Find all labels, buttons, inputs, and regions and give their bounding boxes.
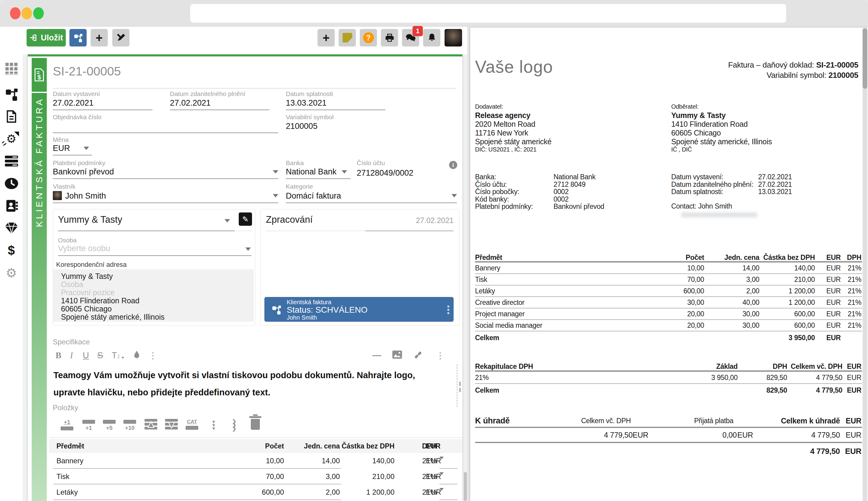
strikethrough-icon[interactable]: S — [97, 350, 103, 360]
underline-icon[interactable]: U — [83, 350, 89, 360]
diamond-icon[interactable] — [0, 220, 23, 237]
layers-icon[interactable] — [0, 153, 23, 170]
bold-icon[interactable]: B — [55, 350, 61, 360]
osoba-select[interactable]: Vyberte osobu — [58, 244, 110, 253]
cislo-uctu-value[interactable]: 27128049/0002 — [357, 168, 414, 178]
info-icon[interactable]: i — [449, 161, 457, 169]
chevron-down-icon[interactable] — [342, 170, 347, 173]
contacts-icon[interactable] — [0, 198, 23, 214]
tools-button[interactable] — [112, 29, 129, 46]
item-name-input[interactable]: Tisk — [56, 472, 69, 481]
preview-scrollbar[interactable] — [862, 28, 867, 501]
doc-title-value: SI-21-00005 — [816, 60, 858, 70]
supplier-tax-ids: DIČ: US2021 , IČ: 2021 — [475, 146, 551, 153]
chat-button[interactable]: 1 — [402, 29, 419, 46]
zoom-window-icon[interactable] — [33, 7, 44, 19]
item-qty-input[interactable]: 70,00 — [266, 472, 284, 481]
chevron-down-icon[interactable] — [439, 472, 444, 475]
item-price-input[interactable]: 3,00 — [326, 472, 340, 481]
workflow-status-button[interactable] — [69, 29, 87, 46]
delete-rows-icon[interactable] — [246, 419, 265, 430]
chevron-down-icon[interactable] — [273, 170, 278, 173]
left-scrollbar-thumb[interactable] — [464, 472, 467, 501]
chevron-down-icon[interactable] — [225, 219, 230, 222]
more-format-icon[interactable]: ⋮ — [149, 350, 157, 361]
owner-avatar — [53, 191, 62, 200]
invoice-logo-placeholder: Vaše logo — [475, 57, 553, 77]
datum-splatnosti-input[interactable]: 13.03.2021 — [286, 98, 326, 108]
datum-vystaveni-input[interactable]: 27.02.2021 — [53, 98, 94, 108]
italic-icon[interactable]: I — [70, 350, 73, 360]
item-vat-select[interactable]: 21% — [422, 457, 437, 465]
document-icon[interactable] — [0, 108, 23, 125]
print-button[interactable] — [381, 29, 398, 46]
item-name-input[interactable]: Letáky — [56, 488, 78, 497]
field-label: Měna — [53, 136, 69, 143]
preview-scrollbar-thumb[interactable] — [862, 28, 867, 89]
processing-date[interactable]: 27.02.2021 — [416, 216, 454, 225]
more-tools-icon[interactable]: ⋮ — [436, 350, 444, 361]
chevron-down-icon[interactable] — [273, 194, 278, 198]
user-avatar[interactable] — [444, 29, 462, 46]
editor-resize-handle[interactable] — [459, 388, 461, 392]
add-button[interactable]: + — [90, 29, 108, 46]
notifications-button[interactable] — [423, 29, 440, 46]
settings-gear-icon[interactable]: ⚙ — [0, 264, 23, 281]
note-button[interactable] — [339, 29, 356, 46]
item-qty-input[interactable]: 600,00 — [262, 488, 284, 497]
status-bar[interactable]: Klientská faktura Status: SCHVÁLENO John… — [264, 297, 454, 322]
editor-resize-handle[interactable] — [459, 382, 461, 386]
item-qty-input[interactable]: 10,00 — [266, 457, 284, 465]
add-record-button[interactable]: + — [318, 29, 335, 46]
add-5-rows-icon[interactable]: +5 — [99, 419, 119, 431]
clock-icon[interactable] — [0, 175, 23, 192]
close-window-icon[interactable] — [10, 7, 21, 19]
item-name-input[interactable]: Bannery — [56, 457, 83, 465]
text-size-icon[interactable]: T↕ — [112, 350, 126, 360]
item-price-input[interactable]: 2,00 — [326, 488, 340, 497]
image-insert-icon[interactable] — [392, 350, 402, 361]
document-number[interactable]: SI-21-00005 — [53, 64, 121, 78]
item-price-input[interactable]: 14,00 — [322, 457, 340, 465]
bank-info-value: National Bank — [554, 173, 596, 181]
table-row: Tisk 70,00 3,00 210,00 EUR 21% JOB — [49, 469, 462, 484]
customer-name: Yummy & Tasty — [671, 111, 772, 120]
kategorie-select[interactable]: Domácí faktura — [286, 191, 341, 201]
add-row-above-icon[interactable]: +1 — [57, 419, 77, 431]
automation-icon[interactable]: ⚙ — [0, 130, 23, 147]
chevron-down-icon[interactable] — [84, 147, 89, 150]
add-10-rows-icon[interactable]: +10 — [120, 419, 139, 431]
item-vat-select[interactable]: 21% — [422, 472, 437, 481]
minimize-window-icon[interactable] — [21, 7, 32, 19]
item-vat-select[interactable]: 21% — [422, 488, 437, 497]
import-rows-down-icon[interactable]: ▼▼ — [162, 419, 181, 431]
workflow-icon[interactable] — [0, 86, 23, 103]
chevron-down-icon[interactable] — [439, 457, 444, 459]
add-1-row-icon[interactable]: +1 — [79, 419, 98, 431]
client-select[interactable]: Yummy & Tasty — [58, 214, 122, 225]
vlastnik-select[interactable]: John Smith — [65, 191, 106, 201]
edit-client-button[interactable]: ✎ — [239, 212, 252, 226]
help-button[interactable]: ? — [360, 29, 377, 46]
chevron-down-icon[interactable] — [245, 247, 251, 251]
import-rows-up-icon[interactable]: ▲▲ — [141, 419, 161, 431]
datum-plneni-input[interactable]: 27.02.2021 — [170, 98, 211, 108]
specification-editor[interactable]: Teamogy Vám umožňuje vytvořit si vlastní… — [53, 367, 440, 401]
column-header: Částka bez DPH — [342, 442, 395, 450]
divider-insert-icon[interactable]: — — [373, 350, 381, 360]
banka-select[interactable]: National Bank — [286, 167, 336, 177]
chevron-down-icon[interactable] — [451, 194, 457, 198]
text-color-icon[interactable] — [133, 350, 141, 362]
mena-select[interactable]: EUR — [53, 144, 70, 153]
save-button[interactable]: Uložit — [26, 29, 66, 46]
chevron-down-icon[interactable] — [439, 488, 444, 491]
indent-rows-icon[interactable]: ❯❯❯ — [225, 419, 244, 431]
collapse-rows-icon[interactable]: ▼▼▼ — [204, 419, 223, 430]
url-input[interactable] — [190, 4, 786, 23]
link-icon[interactable] — [414, 350, 422, 362]
platebni-select[interactable]: Bankovní převod — [53, 167, 114, 177]
dollar-icon[interactable]: $ — [0, 242, 23, 259]
category-rows-icon[interactable]: CAT — [182, 419, 202, 431]
apps-grid-icon[interactable] — [0, 60, 23, 77]
status-menu-icon[interactable] — [447, 304, 449, 316]
